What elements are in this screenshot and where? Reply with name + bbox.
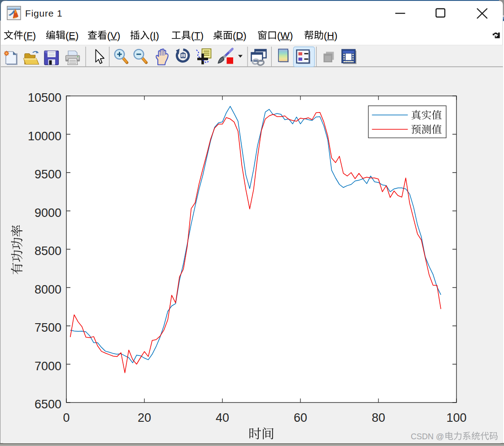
svg-text:7500: 7500 (35, 321, 61, 334)
svg-text:9000: 9000 (35, 206, 61, 220)
svg-text:(E): (E) (65, 30, 78, 41)
svg-text:(I): (I) (150, 30, 159, 41)
svg-text:10500: 10500 (28, 91, 61, 104)
svg-text:(T): (T) (191, 30, 204, 41)
svg-text:Figure 1: Figure 1 (25, 8, 62, 18)
svg-text:(W): (W) (277, 30, 293, 41)
svg-text:CSDN @: CSDN @ (411, 432, 444, 441)
svg-text:60: 60 (294, 411, 307, 424)
svg-text:(H): (H) (324, 30, 338, 41)
svg-text:8000: 8000 (35, 283, 61, 296)
svg-text:(V): (V) (107, 30, 120, 41)
svg-text:8500: 8500 (35, 244, 61, 258)
svg-text:(F): (F) (23, 30, 36, 41)
svg-text:9500: 9500 (35, 168, 61, 181)
svg-text:0: 0 (63, 411, 70, 424)
svg-text:40: 40 (216, 411, 229, 424)
svg-text:(D): (D) (233, 30, 247, 41)
svg-text:6500: 6500 (35, 398, 61, 411)
svg-text:7000: 7000 (35, 359, 61, 373)
svg-text:80: 80 (372, 411, 385, 424)
svg-text:10000: 10000 (28, 130, 61, 143)
svg-text:100: 100 (446, 411, 466, 424)
svg-text:20: 20 (138, 411, 151, 424)
